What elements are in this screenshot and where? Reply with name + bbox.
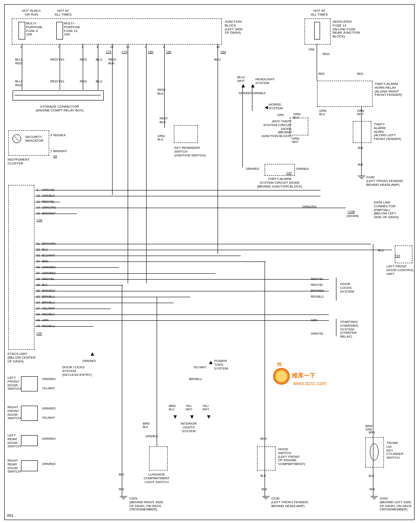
eline-60 (35, 291, 329, 291)
g100-ground (358, 176, 365, 179)
powertops-arrow (209, 361, 213, 364)
v-line-2 (60, 44, 60, 90)
eline-16 (35, 214, 77, 214)
wiring-diagram: HOT IN ACC OR RUN HOT AT ALL TIMES HOT A… (0, 0, 420, 523)
eline-62 (35, 297, 190, 297)
rr-door-switch-label: RIGHT REAR DOOR SWITCH (8, 459, 21, 474)
wire-brnred-dl: BRN/RED (311, 289, 324, 293)
theft-relay-label: THEFT-ALARM HORN RELAY (ALONG RIGHT FRON… (375, 82, 402, 97)
lf-door-switch-label: LEFT FRONT DOOR SWITCH (8, 376, 21, 391)
wire-blk-g202: BLK (370, 488, 375, 491)
wire-red-blk-3: RED/ BLK (160, 117, 168, 124)
eline-51 (35, 244, 371, 244)
wire-redyel-dl2: RED/YEL (311, 283, 323, 287)
svg-line-1 (14, 136, 19, 141)
g202-label: G202 (BEHIND LEFT SIDE OF DASH, ON DECK … (380, 497, 412, 512)
wire-grnyel-sc: GRN/YEL (311, 332, 324, 335)
wire-blu-wht: BLU/ WHT (237, 76, 245, 83)
doorlocks-bracket (336, 277, 336, 301)
wire-grn-wht-2: GRN/ WHT (357, 109, 365, 116)
theft-relay-box (317, 81, 373, 107)
eline-53 (35, 256, 241, 256)
eline-54 (35, 262, 266, 262)
eline-52 (35, 250, 392, 250)
wire-blk-trunk: BLK (369, 474, 374, 478)
svg-point-2 (370, 444, 378, 460)
v-line-12 (317, 44, 317, 81)
g201-label: G201 (BEHIND RIGHT SIDE OF DASH, ON DECK… (129, 497, 163, 512)
g100-label: G100 (LEFT FRONT FENDER, BEHIND HEADLAMP… (366, 176, 404, 187)
g201-ground (120, 496, 127, 499)
c3a-label: C3A (37, 219, 42, 222)
rr-door-switch (21, 460, 38, 471)
anti-theft-diode-box (290, 118, 308, 135)
wire-yelwht-il: YEL/ WHT (186, 404, 192, 411)
v-line-13 (361, 106, 362, 176)
datalink-label: DATA LINK CONNECTOR (PARTIAL) (BELOW LEF… (374, 201, 399, 219)
dedicated-fuse-val: 15A (308, 48, 314, 52)
d2-label: D2 (53, 155, 57, 158)
eline-57 (35, 273, 215, 274)
wire-grnred-d: GRN/RED (246, 167, 259, 171)
c108-label: C108 (348, 210, 355, 214)
keyless-arrow (91, 352, 94, 356)
wire-red-yel-2: RED/YEL (50, 80, 65, 84)
headlight-arrow2 (251, 84, 255, 87)
theft-horn-label: THEFT- ALARM HORN (ALONG LEFT FRONT FEND… (374, 123, 401, 141)
eline-14 (35, 208, 346, 208)
interior-lights-label: INTERIOR LIGHTS SYSTEM (181, 422, 197, 433)
v-line-5 (112, 44, 113, 195)
v-line-17 (157, 297, 157, 446)
wire-brnblu-pt: BRN/BLU (189, 378, 202, 381)
wire-blu-3: BLU (96, 80, 102, 84)
key-reminder-box (174, 125, 198, 143)
hot-all-times-2-label: HOT AT ALL TIMES (311, 9, 328, 17)
v-line-11 (252, 87, 252, 111)
wire-brngrn-trunk: BRN/ GRN (365, 425, 373, 431)
pin-10a: 10 (110, 45, 113, 48)
g100b-ground (262, 496, 270, 499)
wire-brnblu-il: BRN/ BLU (169, 404, 176, 411)
v-line-8 (164, 44, 165, 128)
wire-grn-red-k: GRN/RED (82, 359, 96, 363)
wire-blk-hood: BLK (260, 474, 266, 478)
eline-64 (35, 303, 173, 303)
v-line-16 (373, 244, 373, 496)
anti-theft-diode-label: ANTI-THEFT SYSTEM CIRCUIT DIODE (BEHIND … (261, 120, 291, 138)
wire-blu-1: BLU (96, 58, 102, 62)
wire-grn-horns: GRN (277, 114, 284, 117)
luggage-label: LUGGAGE COMPARTMENT LIGHT SWITCH (144, 473, 170, 484)
c75-label: C75 (106, 50, 111, 54)
storage-line (15, 95, 101, 95)
starting-label: STARTING/ CHARGING SYSTEM (STARTER RELAY… (340, 320, 358, 339)
rf-door-switch-label: RIGHT FRONT DOOR SWITCH (8, 406, 21, 420)
c97-label: C97 (286, 172, 292, 175)
f24-label: F24 (395, 254, 400, 258)
junction-block-label: JUNCTION BLOCK (LEFT SIDE OF DASH) (225, 20, 243, 35)
eline-70 (35, 326, 94, 327)
hot-all-times-label: HOT AT ALL TIMES (55, 9, 71, 17)
wire-redblu-dl: RED/BLU (311, 295, 323, 298)
eline-56 (35, 267, 119, 268)
il-arrow2 (190, 415, 194, 419)
headlight-label: HEADLIGHT SYSTEM (255, 78, 275, 85)
hood-label: HOOD SWITCH (LEFT FRONT OF ENGINE COMPAR… (278, 448, 305, 466)
wire-redblk-8: RED/BLK (53, 134, 66, 137)
sedan-label: (SEDAN) (346, 214, 359, 218)
wire-grn-blu-3: GRN/ BLU (319, 109, 327, 116)
wire-grnred-h: GRN/RED (239, 92, 252, 95)
v-line-1 (22, 44, 22, 90)
g202-ground (370, 496, 378, 499)
theft-diode2-label: THEFT-ALARM SYSTEM CIRCUIT DIODE (BEHIND… (257, 177, 302, 188)
wire-yelwht-pt: YEL/WHT (193, 366, 206, 369)
eline-67 (35, 309, 110, 309)
lr-door-switch-label: LEFT REAR DOOR SWITCH (8, 434, 21, 449)
pin-8: 8 (50, 134, 52, 137)
storage-connector-label: STORAGE CONNECTOR (ENGINE COMPT RELAY BO… (36, 105, 84, 113)
hot-in-acc-label: HOT IN ACC OR RUN (22, 9, 41, 17)
junction-block-box (12, 18, 222, 45)
rf-door-switch (21, 406, 38, 421)
etacs-box (8, 185, 34, 350)
il-arrow3 (207, 415, 210, 419)
wire-brn-trunk: BRN (369, 431, 375, 434)
